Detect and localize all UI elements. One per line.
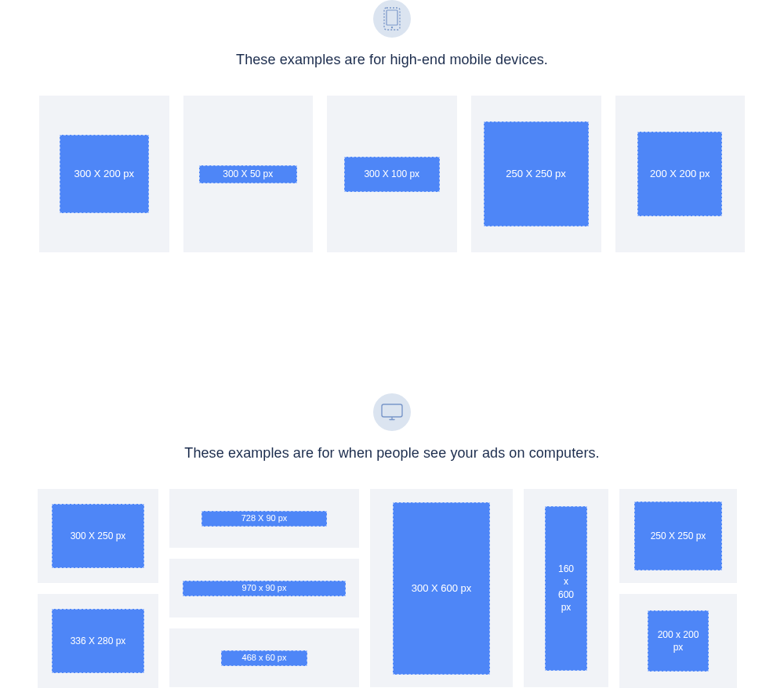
mobile-section: These examples are for high-end mobile d… [0,0,784,284]
computer-header: These examples are for when people see y… [0,393,784,462]
ad-size-box: 300 X 600 px [393,502,490,675]
mobile-title: These examples are for high-end mobile d… [0,52,784,68]
section-spacer [0,284,784,393]
ad-sample-card: 300 X 50 px [183,96,314,252]
ad-sample-card: 970 x 90 px [169,559,359,617]
monitor-icon [373,393,411,431]
ad-size-box: 300 X 200 px [60,135,149,213]
ad-sample-card: 250 X 250 px [471,96,601,252]
ad-sample-card: 336 X 280 px [38,594,158,688]
ad-sample-card: 200 X 200 px [615,96,746,252]
ad-size-box: 728 X 90 px [201,511,327,527]
ad-sample-card: 250 X 250 px [619,489,737,583]
ad-size-box: 300 X 250 px [52,504,144,568]
computer-section: These examples are for when people see y… [0,393,784,688]
computer-examples-grid: 300 X 250 px 336 X 280 px 728 X 90 px 97… [0,489,784,688]
computer-col-c: 300 X 600 px [370,489,513,688]
ad-sample-card: 200 x 200 px [619,594,737,688]
ad-size-box: 468 x 60 px [221,650,307,666]
ad-sample-card: 300 X 600 px [370,489,513,687]
mobile-icon [373,0,411,38]
ad-size-box: 200 x 200 px [648,610,709,672]
computer-col-a: 300 X 250 px 336 X 280 px [38,489,158,688]
ad-size-box: 200 X 200 px [637,132,722,216]
ad-sample-card: 300 X 100 px [327,96,457,252]
computer-col-b: 728 X 90 px 970 x 90 px 468 x 60 px [169,489,359,688]
ad-size-box: 300 X 100 px [344,157,440,192]
ad-size-box: 160 x 600 px [545,506,587,671]
ad-size-box: 250 X 250 px [484,121,589,226]
ad-size-box: 970 x 90 px [183,581,346,596]
mobile-examples-row: 300 X 200 px 300 X 50 px 300 X 100 px 25… [0,96,784,252]
computer-col-e: 250 X 250 px 200 x 200 px [619,489,737,688]
svg-rect-1 [387,10,397,25]
ad-sample-card: 160 x 600 px [524,489,608,687]
computer-col-d: 160 x 600 px [524,489,608,688]
ad-size-box: 250 X 250 px [634,502,722,570]
ad-sample-card: 728 X 90 px [169,489,359,548]
svg-rect-3 [382,404,402,417]
ad-size-box: 300 X 50 px [199,165,297,183]
ad-sample-card: 300 X 200 px [39,96,169,252]
ad-sample-card: 468 x 60 px [169,628,359,687]
mobile-header: These examples are for high-end mobile d… [0,0,784,68]
svg-point-2 [391,27,393,28]
computer-title: These examples are for when people see y… [0,445,784,462]
ad-size-box: 336 X 280 px [52,609,144,673]
ad-sample-card: 300 X 250 px [38,489,158,583]
